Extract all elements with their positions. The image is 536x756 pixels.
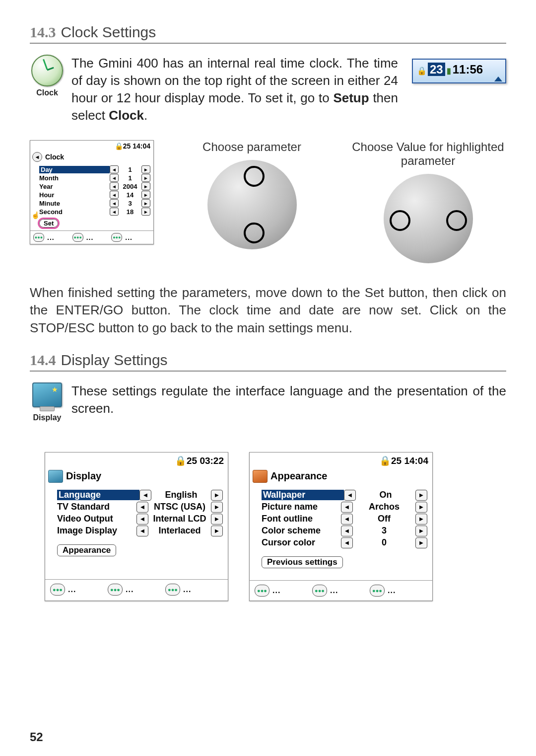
back-icon[interactable]: ◄ <box>32 152 42 162</box>
arrow-left-icon[interactable]: ◄ <box>136 514 148 525</box>
clock-intro-row: Clock The Gmini 400 has an internal real… <box>30 55 506 124</box>
arrow-right-icon[interactable]: ► <box>141 165 150 173</box>
setting-row[interactable]: TV Standard◄NTSC (USA)► <box>57 502 223 513</box>
arrow-left-icon[interactable]: ◄ <box>139 490 151 501</box>
display-icon: ★ <box>32 382 62 407</box>
display-device-row: 🔒25 03:22 Display Language◄English►TV St… <box>30 452 506 601</box>
setting-row[interactable]: Language◄English► <box>57 490 223 501</box>
display-intro-row: ★ Display These settings regulate the in… <box>30 382 506 422</box>
setting-value: 1 <box>119 166 141 173</box>
device-header: Display <box>45 468 228 486</box>
arrow-left-icon[interactable]: ◄ <box>136 502 148 513</box>
arrow-right-icon[interactable]: ► <box>415 526 427 536</box>
menu-button-icon[interactable]: ●●● <box>255 585 269 597</box>
arrow-right-icon[interactable]: ► <box>141 208 150 216</box>
hand-pointer-icon: ☝ <box>31 211 40 219</box>
arrow-left-icon[interactable]: ◄ <box>341 537 353 548</box>
setting-row[interactable]: Cursor color◄0► <box>262 537 427 548</box>
menu-button-icon[interactable]: ●●● <box>165 584 180 596</box>
display-intro-text: These settings regulate the interface la… <box>71 382 506 417</box>
display-mini-icon <box>48 470 63 483</box>
device-header: Appearance <box>250 468 432 486</box>
setting-label: TV Standard <box>57 502 136 512</box>
menu-button-icon[interactable]: ●●● <box>111 233 122 242</box>
arrow-right-icon[interactable]: ► <box>141 174 150 182</box>
arrow-left-icon[interactable]: ◄ <box>341 526 353 536</box>
appearance-mini-icon <box>253 470 268 483</box>
arrow-left-icon[interactable]: ◄ <box>110 191 119 199</box>
set-button[interactable]: Set <box>39 219 58 227</box>
arrow-right-icon[interactable]: ► <box>415 490 427 501</box>
setting-row[interactable]: Font outline◄Off► <box>262 514 427 525</box>
previous-settings-button[interactable]: Previous settings <box>262 556 343 568</box>
arrow-left-icon[interactable]: ◄ <box>136 526 148 536</box>
setting-value: 18 <box>119 208 141 216</box>
setting-label: Year <box>39 183 110 190</box>
arrow-left-icon[interactable]: ◄ <box>344 490 356 501</box>
setting-value: 3 <box>353 526 415 536</box>
menu-button-icon[interactable]: ●●● <box>72 233 83 242</box>
arrow-left-icon[interactable]: ◄ <box>341 514 353 525</box>
device-title: Display <box>66 470 101 482</box>
clock-closing-para: When finished setting the parameters, mo… <box>30 284 506 336</box>
device-bottombar: ●●●... ●●●... ●●●... <box>45 579 228 600</box>
setting-row[interactable]: Second◄18► <box>39 208 150 216</box>
arrow-right-icon[interactable]: ► <box>211 526 223 536</box>
setting-row[interactable]: Color scheme◄3► <box>262 526 427 536</box>
setting-row[interactable]: Image Display◄Interlaced► <box>57 526 223 536</box>
menu-button-icon[interactable]: ●●● <box>50 584 65 596</box>
setting-row[interactable]: Hour◄14► <box>39 191 150 199</box>
time-example-box: 🔒23▮11:56 <box>412 59 506 83</box>
setting-row[interactable]: Video Output◄Internal LCD► <box>57 514 223 525</box>
setting-row[interactable]: Month◄1► <box>39 174 150 182</box>
menu-button-icon[interactable]: ●●● <box>312 585 327 597</box>
setting-label: Color scheme <box>262 526 341 536</box>
setting-label: Video Output <box>57 514 136 524</box>
arrow-left-icon[interactable]: ◄ <box>110 174 119 182</box>
menu-button-icon[interactable]: ●●● <box>108 584 123 596</box>
setting-row[interactable]: Picture name◄Archos► <box>262 502 427 513</box>
arrow-right-icon[interactable]: ► <box>415 502 427 513</box>
menu-button-icon[interactable]: ●●● <box>370 585 385 597</box>
clock-icon-label: Clock <box>30 88 65 97</box>
device-bottombar: ●●●... ●●●... ●●●... <box>250 580 432 601</box>
arrow-right-icon[interactable]: ► <box>141 199 150 207</box>
arrow-right-icon[interactable]: ► <box>211 514 223 525</box>
setting-row[interactable]: Minute◄3► <box>39 199 150 207</box>
arrow-right-icon[interactable]: ► <box>141 191 150 199</box>
clock-icon-col: Clock <box>30 55 65 97</box>
setting-row[interactable]: Year◄2004► <box>39 182 150 190</box>
arrow-right-icon[interactable]: ► <box>211 502 223 513</box>
arrow-left-icon[interactable]: ◄ <box>341 502 353 513</box>
device-title: Clock <box>45 153 64 161</box>
device-header: ◄ Clock <box>30 151 153 164</box>
device-bottombar: ●●●... ●●●... ●●●... <box>30 230 153 244</box>
clock-intro-text: The Gmini 400 has an internal real time … <box>71 55 398 124</box>
arrow-right-icon[interactable]: ► <box>141 182 150 190</box>
arrow-right-icon[interactable]: ► <box>415 514 427 525</box>
arrow-right-icon[interactable]: ► <box>415 537 427 548</box>
arrow-left-icon[interactable]: ◄ <box>110 199 119 207</box>
dpad-value: Choose Value for highlighted parameter <box>350 140 506 263</box>
section-title: Display Settings <box>61 352 168 368</box>
dpad-param: Choose parameter <box>174 140 330 249</box>
arrow-left-icon[interactable]: ◄ <box>110 182 119 190</box>
appearance-button[interactable]: Appearance <box>57 544 116 556</box>
display-device-screenshot: 🔒25 03:22 Display Language◄English►TV St… <box>45 452 228 601</box>
setting-row[interactable]: Wallpaper◄On► <box>262 490 427 501</box>
dpad-icon <box>207 160 297 249</box>
setting-value: NTSC (USA) <box>148 502 211 512</box>
setting-label: Picture name <box>262 502 341 512</box>
up-arrow-icon <box>494 76 502 81</box>
setting-label: Second <box>39 208 110 216</box>
arrow-right-icon[interactable]: ► <box>211 490 223 501</box>
setting-row[interactable]: Day◄1► <box>39 165 150 173</box>
arrow-left-icon[interactable]: ◄ <box>110 208 119 216</box>
display-icon-col: ★ Display <box>30 382 65 422</box>
setting-label: Wallpaper <box>262 490 344 500</box>
menu-button-icon[interactable]: ●●● <box>33 233 44 242</box>
lock-icon: 🔒 <box>379 455 391 466</box>
clock-device-screenshot: 🔒25 14:04 ◄ Clock Day◄1►Month◄1►Year◄200… <box>30 140 154 244</box>
arrow-left-icon[interactable]: ◄ <box>110 165 119 173</box>
setting-label: Image Display <box>57 526 136 536</box>
